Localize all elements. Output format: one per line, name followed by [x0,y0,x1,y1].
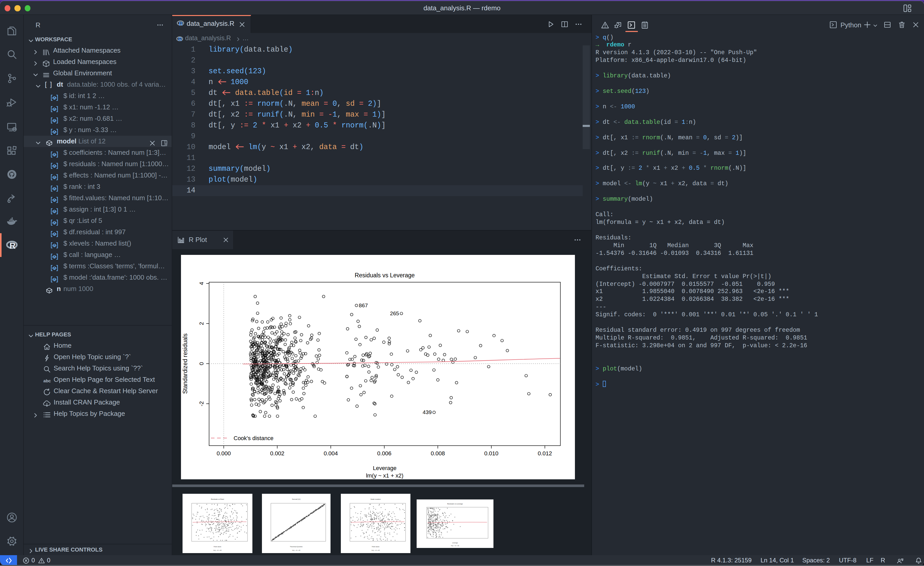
svg-text:lm(y ~ x1 + x2): lm(y ~ x1 + x2) [451,545,459,546]
svg-text:0.010: 0.010 [484,450,498,456]
svg-text:0.000: 0.000 [217,450,231,456]
svg-text:0.008: 0.008 [431,450,445,456]
svg-text:0.004: 0.004 [324,450,338,456]
svg-text:Residuals vs Leverage: Residuals vs Leverage [355,272,415,278]
svg-text:439: 439 [423,409,432,415]
svg-text:265: 265 [390,310,399,316]
svg-text:0.002: 0.002 [270,450,284,456]
svg-text:Fitted values: Fitted values [214,546,222,548]
svg-text:867: 867 [359,302,368,308]
svg-text:R: R [178,36,182,42]
svg-text:lm(y ~ x1 + x2): lm(y ~ x1 + x2) [292,549,300,551]
svg-text:0.006: 0.006 [377,450,392,456]
svg-text:Scale-Location: Scale-Location [370,498,381,500]
svg-text:abc: abc [44,378,51,383]
svg-text:2: 2 [198,322,205,325]
svg-text:lm(y ~ x1 + x2): lm(y ~ x1 + x2) [366,472,403,479]
svg-text:4: 4 [198,282,205,285]
svg-text:0.012: 0.012 [538,450,552,456]
svg-text:Residuals vs Leverage: Residuals vs Leverage [447,503,463,504]
svg-text:-2: -2 [198,401,205,406]
svg-text:Standardized residuals: Standardized residuals [182,333,189,394]
svg-text:R: R [9,241,16,250]
svg-text:Leverage: Leverage [373,465,396,471]
svg-text:lm(y ~ x1 + x2): lm(y ~ x1 + x2) [372,549,380,551]
svg-text:Fitted values: Fitted values [372,546,380,548]
svg-text:0: 0 [198,362,205,365]
svg-text:Leverage: Leverage [452,542,458,543]
svg-text:Normal Q-Q: Normal Q-Q [292,498,301,500]
svg-text:Cook's distance: Cook's distance [234,435,273,441]
svg-text:Residuals vs Fitted: Residuals vs Fitted [211,498,224,500]
svg-text:Theoretical Quantiles: Theoretical Quantiles [290,546,302,548]
svg-text:R: R [179,20,183,26]
svg-text:lm(y ~ x1 + x2): lm(y ~ x1 + x2) [213,549,222,551]
